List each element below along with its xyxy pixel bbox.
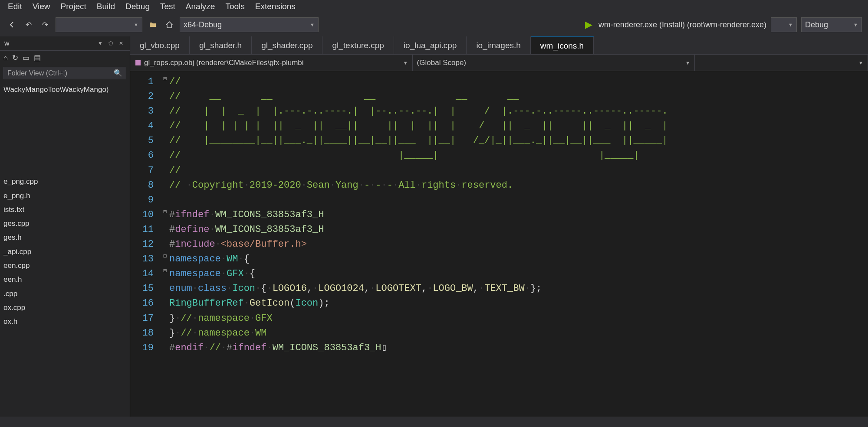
code-content: #include·<base/Buffer.h> <box>169 237 868 252</box>
fold-toggle[interactable]: ⊟ <box>161 252 169 267</box>
fold-toggle <box>161 296 169 311</box>
close-icon[interactable]: ✕ <box>117 39 125 48</box>
nav-scope-left[interactable]: gl_rops.cpp.obj (renderer\CMakeFiles\gfx… <box>130 55 413 71</box>
code-content: namespace·WM·{ <box>169 252 868 267</box>
menu-extensions[interactable]: Extensions <box>255 2 296 11</box>
menu-edit[interactable]: Edit <box>8 2 22 11</box>
code-content: enum·class·Icon·{·LOGO16,·LOGO1024,·LOGO… <box>169 281 868 296</box>
code-content: #define·WM_ICONS_83853af3_H <box>169 222 868 237</box>
cpp-file-icon <box>135 59 141 66</box>
tree-item[interactable]: een.h <box>3 273 126 287</box>
home-icon[interactable] <box>163 19 175 31</box>
fold-toggle[interactable]: ⊟ <box>161 208 169 222</box>
tree-item[interactable]: e_png.h <box>3 189 126 203</box>
code-line: 2// __ __ __ __ __ <box>130 89 868 104</box>
play-icon[interactable]: ▶ <box>585 19 592 30</box>
menu-build[interactable]: Build <box>97 2 115 11</box>
code-line: 17}·//·namespace·GFX <box>130 311 868 326</box>
chevron-down-icon[interactable]: ▼ <box>96 39 105 48</box>
code-line: 19#endif·//·#ifndef·WM_ICONS_83853af3_H▯ <box>130 341 868 355</box>
fold-toggle <box>161 237 169 252</box>
redo-icon[interactable]: ↷ <box>39 19 51 31</box>
nav-back-icon[interactable] <box>6 19 18 31</box>
nav-member[interactable]: ▼ <box>695 55 868 71</box>
fold-toggle <box>161 134 169 148</box>
fold-toggle[interactable]: ⊟ <box>161 267 169 281</box>
line-number: 15 <box>130 281 161 296</box>
line-number: 9 <box>130 193 161 208</box>
menu-analyze[interactable]: Analyze <box>186 2 215 11</box>
tab-gl-vbo-cpp[interactable]: gl_vbo.cpp <box>130 36 190 54</box>
tree-item[interactable]: e_png.cpp <box>3 175 126 189</box>
tab-gl-shader-cpp[interactable]: gl_shader.cpp <box>252 36 322 54</box>
chevron-down-icon: ▼ <box>858 60 863 65</box>
tree-item[interactable]: ox.cpp <box>3 301 126 315</box>
nav-scope-right[interactable]: (Global Scope) ▼ <box>413 55 695 71</box>
menu-debug[interactable]: Debug <box>125 2 150 11</box>
line-number: 14 <box>130 267 161 281</box>
code-content: // __ __ __ __ __ <box>169 89 868 104</box>
code-line: 7// <box>130 163 868 178</box>
menu-tools[interactable]: Tools <box>225 2 244 11</box>
document-tabstrip: gl_vbo.cppgl_shader.hgl_shader.cppgl_tex… <box>130 36 868 55</box>
search-icon: 🔍 <box>114 69 122 77</box>
tree-item[interactable]: ox.h <box>3 315 126 329</box>
show-all-icon[interactable]: ▤ <box>34 53 41 62</box>
tree-root[interactable]: WackyMangoToo\WackyMango) <box>3 83 126 97</box>
solution-explorer-toolbar: ⌂ ↻ ▭ ▤ <box>0 51 130 65</box>
menu-view[interactable]: View <box>33 2 50 11</box>
code-content: // | | | | | || _ || __|| || | || | / ||… <box>169 119 868 134</box>
debug-combo[interactable]: Debug ▼ <box>801 17 862 32</box>
solution-explorer: w ▼ ⬠ ✕ ⌂ ↻ ▭ ▤ Folder View (Ctrl+;) 🔍 W… <box>0 36 130 417</box>
navigation-bar: gl_rops.cpp.obj (renderer\CMakeFiles\gfx… <box>130 55 868 71</box>
pane-title: w <box>4 39 10 47</box>
run-target-dropdown[interactable]: ▼ <box>771 17 797 32</box>
tree-item[interactable]: ists.txt <box>3 203 126 217</box>
startup-item-combo[interactable]: ▼ <box>56 17 142 32</box>
code-line: 4// | | | | | || _ || __|| || | || | / |… <box>130 119 868 134</box>
tab-gl-shader-h[interactable]: gl_shader.h <box>190 36 252 54</box>
tab-gl-texture-cpp[interactable]: gl_texture.cpp <box>322 36 394 54</box>
fold-toggle <box>161 119 169 134</box>
configuration-combo[interactable]: x64-Debug ▼ <box>180 17 319 32</box>
tree-item[interactable]: _api.cpp <box>3 245 126 259</box>
collapse-icon[interactable]: ▭ <box>23 53 30 62</box>
fold-toggle <box>161 222 169 237</box>
run-target-label[interactable]: wm-renderer.exe (Install) (root\wm-rende… <box>598 20 766 29</box>
tree-item[interactable]: .cpp <box>3 287 126 301</box>
code-line: 5// |________|__||___._||____||__|__||__… <box>130 134 868 148</box>
code-content <box>169 193 868 208</box>
code-line: 9 <box>130 193 868 208</box>
tree-item[interactable]: ges.cpp <box>3 217 126 231</box>
code-content: // <box>169 163 868 178</box>
tree-item[interactable]: een.cpp <box>3 259 126 273</box>
code-content: #ifndef·WM_ICONS_83853af3_H <box>169 208 868 222</box>
menu-bar: EditViewProjectBuildDebugTestAnalyzeTool… <box>0 0 868 13</box>
open-folder-icon[interactable] <box>147 19 159 31</box>
line-number: 13 <box>130 252 161 267</box>
file-tree: WackyMangoToo\WackyMango) e_png.cppe_png… <box>0 81 130 331</box>
tab-io-lua-api-cpp[interactable]: io_lua_api.cpp <box>394 36 467 54</box>
code-line: 12#include·<base/Buffer.h> <box>130 237 868 252</box>
solution-search[interactable]: Folder View (Ctrl+;) 🔍 <box>3 67 126 79</box>
code-content: // ·Copyright·2019-2020·Sean·Yang·-·-·-·… <box>169 178 868 193</box>
fold-toggle <box>161 163 169 178</box>
code-editor[interactable]: 1⊟//2// __ __ __ __ __3// | | _ | |.---.… <box>130 71 868 417</box>
home-icon[interactable]: ⌂ <box>3 54 8 62</box>
code-content: namespace·GFX·{ <box>169 267 868 281</box>
menu-project[interactable]: Project <box>61 2 86 11</box>
menu-test[interactable]: Test <box>160 2 175 11</box>
tree-item[interactable]: ges.h <box>3 231 126 244</box>
line-number: 10 <box>130 208 161 222</box>
code-line: 10⊟#ifndef·WM_ICONS_83853af3_H <box>130 208 868 222</box>
tab-wm-icons-h[interactable]: wm_icons.h <box>531 36 594 54</box>
undo-icon[interactable]: ↶ <box>23 19 35 31</box>
fold-toggle[interactable]: ⊟ <box>161 75 169 89</box>
main-toolbar: ↶ ↷ ▼ x64-Debug ▼ ▶ wm-renderer.exe (Ins… <box>0 13 868 36</box>
refresh-icon[interactable]: ↻ <box>12 53 18 62</box>
fold-toggle <box>161 148 169 163</box>
tab-io-images-h[interactable]: io_images.h <box>467 36 530 54</box>
line-number: 16 <box>130 296 161 311</box>
pin-icon[interactable]: ⬠ <box>106 39 115 48</box>
chevron-down-icon: ▼ <box>685 60 690 65</box>
